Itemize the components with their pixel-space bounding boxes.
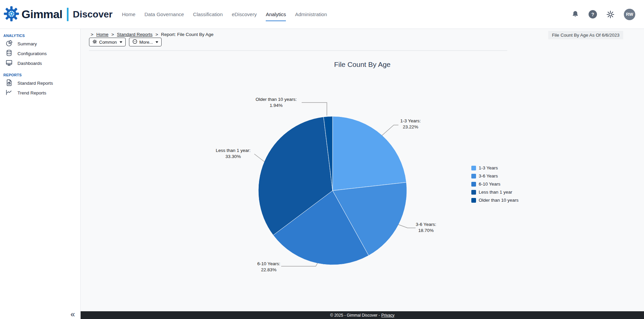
sidebar-item-label: Standard Reports	[17, 81, 53, 86]
trend-line-icon	[5, 89, 13, 97]
nav-administration[interactable]: Administration	[295, 7, 327, 21]
legend-item-3-6-years[interactable]: 3-6 Years	[471, 173, 519, 178]
legend-label: 1-3 Years	[479, 165, 498, 170]
footer: © 2025 - Gimmal Discover - Privacy	[81, 311, 644, 319]
sidebar-item-label: Trend Reports	[17, 90, 46, 95]
report-document-icon	[5, 79, 13, 87]
sidebar-item-summary[interactable]: Summary	[3, 39, 80, 49]
pie-slice-1-3-years[interactable]	[333, 116, 406, 191]
footer-privacy-link[interactable]: Privacy	[381, 313, 394, 318]
pie-label-connector	[398, 225, 416, 228]
brand-name: Gimmal	[22, 8, 62, 21]
sidebar-item-label: Configurations	[17, 51, 47, 56]
brand-logo[interactable]: Gimmal Discover	[3, 6, 113, 23]
header-actions: ? RW	[571, 9, 635, 20]
sidebar-item-standard-reports[interactable]: Standard Reports	[3, 78, 80, 88]
sidebar-section-analytics: ANALYTICS Summary	[3, 34, 80, 68]
legend-label: 3-6 Years	[479, 173, 498, 178]
legend-item-1-3-years[interactable]: 1-3 Years	[471, 165, 519, 170]
sidebar-section-title: REPORTS	[3, 73, 80, 77]
pie-label-connector	[302, 103, 327, 116]
sidebar-collapse-icon[interactable]: «	[71, 310, 75, 318]
sidebar-item-configurations[interactable]: Configurations	[3, 49, 80, 58]
settings-gear-icon[interactable]	[606, 10, 614, 18]
legend-swatch	[471, 198, 476, 203]
pie-chart-icon	[5, 40, 13, 48]
pie-chart: 1-3 Years:23.22%3-6 Years:18.70%6-10 Yea…	[81, 29, 644, 319]
footer-copyright: © 2025 - Gimmal Discover -	[330, 313, 380, 318]
main-content: > Home > Standard Reports > Report: File…	[81, 29, 644, 319]
legend-label: Older than 10 years	[479, 198, 519, 203]
legend-label: Less than 1 year	[479, 190, 512, 195]
nav-ediscovery[interactable]: eDiscovery	[232, 7, 257, 21]
pie-label-connector	[254, 154, 264, 162]
pie-data-label: 1-3 Years:23.22%	[400, 118, 421, 129]
legend-swatch	[471, 182, 476, 187]
pie-label-connector	[281, 263, 317, 266]
legend-swatch	[471, 166, 476, 170]
legend-item-6-10-years[interactable]: 6-10 Years	[471, 182, 519, 187]
monitor-icon	[5, 59, 13, 68]
nav-data-governance[interactable]: Data Governance	[144, 7, 184, 21]
page: Gimmal Discover Home Data Governance Cla…	[0, 0, 644, 319]
gimmal-gear-logo-icon	[3, 6, 19, 23]
nav-home[interactable]: Home	[122, 7, 135, 21]
legend-swatch	[471, 190, 476, 195]
notifications-bell-icon[interactable]	[571, 10, 579, 18]
legend-swatch	[471, 174, 476, 178]
sidebar-item-label: Dashboards	[17, 61, 42, 66]
brand-divider	[67, 8, 69, 21]
nav-classification[interactable]: Classification	[193, 7, 223, 21]
database-icon	[5, 49, 13, 58]
main-nav: Home Data Governance Classification eDis…	[122, 7, 327, 21]
brand-product: Discover	[73, 9, 113, 20]
legend-item-less-than-1-year[interactable]: Less than 1 year	[471, 190, 519, 195]
sidebar: ANALYTICS Summary	[0, 29, 81, 319]
chart-legend: 1-3 Years 3-6 Years 6-10 Years Less than…	[471, 165, 519, 203]
sidebar-item-trend-reports[interactable]: Trend Reports	[3, 88, 80, 98]
help-icon[interactable]: ?	[589, 10, 597, 18]
pie-data-label: Older than 10 years:1.94%	[256, 97, 297, 108]
sidebar-section-title: ANALYTICS	[3, 34, 80, 38]
pie-data-label: 6-10 Years:22.83%	[257, 261, 280, 272]
legend-item-older-than-10-years[interactable]: Older than 10 years	[471, 198, 519, 203]
pie-label-connector	[382, 125, 398, 135]
question-mark-glyph: ?	[589, 10, 597, 18]
nav-analytics[interactable]: Analytics	[266, 7, 286, 21]
user-avatar[interactable]: RW	[624, 9, 635, 20]
sidebar-section-reports: REPORTS Standard Reports	[3, 73, 80, 98]
app-header: Gimmal Discover Home Data Governance Cla…	[0, 0, 644, 29]
sidebar-item-dashboards[interactable]: Dashboards	[3, 58, 80, 68]
sidebar-item-label: Summary	[17, 41, 37, 46]
legend-label: 6-10 Years	[479, 182, 501, 187]
pie-data-label: Less than 1 year:33.30%	[216, 148, 251, 159]
pie-data-label: 3-6 Years:18.70%	[416, 222, 436, 233]
